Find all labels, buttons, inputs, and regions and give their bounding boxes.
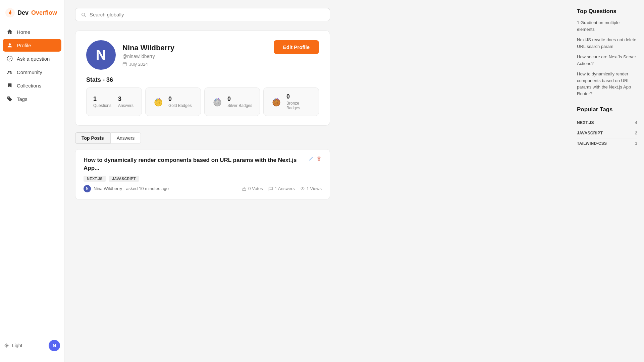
question-link-3[interactable]: How to dynamically render components bas… (577, 71, 637, 97)
stat-answers: 3 Answers (118, 96, 133, 108)
user-avatar[interactable]: N (49, 340, 60, 351)
popular-tags-section: Popular Tags NEXT.JS 4 JAVASCRIPT 2 TAIL… (577, 106, 637, 148)
post-answers-count: 1 Answers (268, 186, 295, 191)
sidebar-item-collections[interactable]: Collections (3, 79, 61, 92)
tab-answers[interactable]: Answers (110, 132, 141, 144)
svg-point-5 (10, 71, 11, 72)
search-icon (81, 12, 86, 17)
home-icon (7, 29, 13, 35)
sidebar-item-profile[interactable]: Profile (3, 39, 61, 52)
avatar: N (86, 40, 116, 70)
search-input[interactable] (90, 12, 324, 17)
stat-card-gold: 0 Gold Badges (145, 87, 201, 116)
stats-title: Stats - 36 (86, 76, 319, 83)
svg-point-6 (6, 345, 8, 347)
edit-profile-button[interactable]: Edit Profile (274, 40, 319, 54)
profile-name: Nina Wildberry (122, 44, 174, 52)
main-content: N Nina Wildberry @ninawildberry July 202… (64, 0, 570, 362)
gold-badge-info: 0 Gold Badges (168, 96, 192, 108)
eye-icon (300, 186, 305, 191)
sidebar-item-home-label: Home (17, 29, 30, 35)
gold-badge-icon (152, 96, 164, 108)
post-footer: N Nina Wildberry - asked 10 minutes ago … (84, 185, 322, 192)
post-votes: 0 Votes (242, 186, 263, 191)
profile-icon (7, 42, 13, 48)
sidebar-item-profile-label: Profile (17, 43, 31, 48)
sidebar-item-collections-label: Collections (17, 83, 41, 88)
author-avatar: N (84, 185, 91, 192)
post-title: How to dynamically render components bas… (84, 156, 303, 172)
question-link-1[interactable]: NextJS rewrite does not delete URL searc… (577, 37, 637, 50)
stat-card-bronze: 0 Bronze Badges (263, 87, 319, 116)
bronze-badge-icon (270, 96, 282, 108)
profile-info: N Nina Wildberry @ninawildberry July 202… (86, 40, 174, 70)
post-meta: 0 Votes 1 Answers 1 Views (242, 186, 322, 191)
edit-post-icon[interactable] (308, 156, 314, 163)
logo: DevOverflow (0, 5, 64, 25)
delete-post-icon[interactable] (316, 156, 322, 163)
popular-tags-list: NEXT.JS 4 JAVASCRIPT 2 TAILWIND-CSS 1 (577, 118, 637, 148)
sidebar-item-community-label: Community (17, 69, 42, 75)
profile-date: July 2024 (122, 62, 174, 67)
post-author: N Nina Wildberry - asked 10 minutes ago (84, 185, 169, 192)
post-actions (308, 156, 322, 163)
svg-point-1 (9, 43, 11, 45)
svg-point-26 (302, 188, 303, 189)
posts-section: Top Posts Answers How to dynamically ren… (75, 132, 330, 199)
posts-tabs: Top Posts Answers (75, 132, 330, 144)
logo-overflow: Overflow (31, 9, 57, 16)
tab-top-posts[interactable]: Top Posts (75, 132, 110, 144)
svg-text:?: ? (9, 57, 11, 61)
popular-tag-0[interactable]: NEXT.JS 4 (577, 118, 637, 128)
silver-badge-info: 0 Silver Badges (227, 96, 252, 108)
post-tag-0[interactable]: NEXT.JS (84, 176, 106, 182)
theme-toggle[interactable]: Light (4, 343, 22, 348)
top-questions-title: Top Questions (577, 8, 637, 15)
right-sidebar: Top Questions 1 Gradient on multiple ele… (570, 0, 644, 362)
sidebar-item-home[interactable]: Home (3, 25, 61, 38)
post-header: How to dynamically render components bas… (84, 156, 322, 172)
stat-card-qa: 1 Questions 3 Answers (86, 87, 142, 116)
search-bar (75, 8, 330, 21)
community-icon (7, 69, 13, 75)
collections-icon (7, 82, 13, 88)
silver-badge-icon (211, 96, 223, 108)
svg-point-7 (82, 13, 85, 16)
popular-tag-2[interactable]: TAILWIND-CSS 1 (577, 138, 637, 148)
post-card: How to dynamically render components bas… (75, 149, 330, 199)
top-questions-section: Top Questions 1 Gradient on multiple ele… (577, 8, 637, 97)
popular-tags-title: Popular Tags (577, 106, 637, 113)
logo-icon (5, 8, 15, 17)
thumbs-up-icon (242, 186, 247, 191)
comment-icon (268, 186, 273, 191)
svg-line-8 (85, 15, 86, 17)
stat-questions: 1 Questions (93, 96, 111, 108)
sidebar: DevOverflow Home Profile ? Ask a questio… (0, 0, 64, 362)
stat-numbers: 1 Questions 3 Answers (93, 96, 133, 108)
sidebar-nav: Home Profile ? Ask a question Community … (0, 25, 64, 335)
theme-label: Light (12, 343, 22, 348)
question-link-2[interactable]: How secure are NextJs Server Actions? (577, 54, 637, 67)
profile-header: N Nina Wildberry @ninawildberry July 202… (86, 40, 319, 70)
ask-icon: ? (7, 56, 13, 62)
sidebar-item-community[interactable]: Community (3, 66, 61, 78)
svg-point-4 (8, 71, 10, 72)
logo-dev: Dev (17, 9, 29, 16)
tags-icon (7, 96, 13, 102)
profile-handle: @ninawildberry (122, 54, 174, 59)
sidebar-item-ask-label: Ask a question (17, 56, 50, 62)
post-tags: NEXT.JS JAVASCRIPT (84, 176, 322, 182)
svg-rect-9 (123, 63, 126, 66)
sidebar-item-tags[interactable]: Tags (3, 93, 61, 105)
bronze-badge-info: 0 Bronze Badges (286, 93, 312, 110)
calendar-icon (122, 62, 127, 66)
stats-grid: 1 Questions 3 Answers (86, 87, 319, 116)
sidebar-item-ask[interactable]: ? Ask a question (3, 52, 61, 65)
sidebar-bottom: Light N (0, 335, 64, 357)
popular-tag-1[interactable]: JAVASCRIPT 2 (577, 128, 637, 138)
light-icon (4, 343, 9, 348)
stat-card-silver: 0 Silver Badges (204, 87, 260, 116)
post-tag-1[interactable]: JAVASCRIPT (109, 176, 139, 182)
question-link-0[interactable]: 1 Gradient on multiple elements (577, 19, 637, 33)
post-author-name: Nina Wildberry - asked 10 minutes ago (94, 186, 169, 191)
